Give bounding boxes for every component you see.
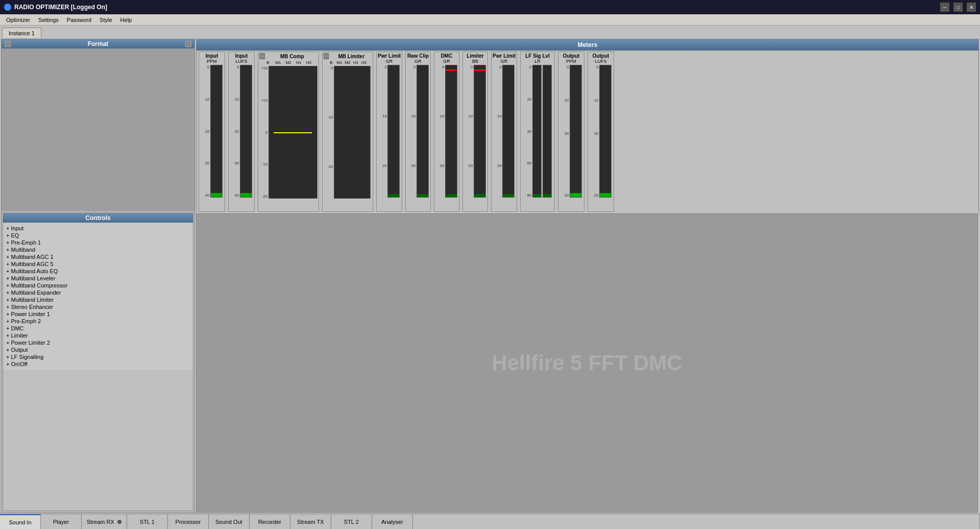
meter-limiter-bars: 0 10 20 [465, 65, 486, 198]
status-stream-rx[interactable]: Stream RX [82, 514, 127, 529]
menu-style[interactable]: Style [95, 16, 116, 24]
minimize-button[interactable]: ─ [940, 3, 949, 12]
control-mb-agc1[interactable]: + Multiband AGC 1 [6, 253, 190, 260]
mbl-m1: M1 [336, 60, 343, 65]
maximize-button[interactable]: □ [953, 3, 963, 12]
right-panel: Meters Input PPM 0 10 20 [196, 39, 979, 513]
control-input[interactable]: + Input [6, 225, 190, 232]
lf-sig-l-bar [532, 65, 542, 198]
control-pre-emph2[interactable]: + Pre-Emph 2 [6, 318, 190, 325]
meter-raw-clip-bars: 0 10 20 [408, 65, 429, 198]
status-sound-out[interactable]: Sound Out [209, 514, 250, 529]
meter-pwr-limit2-unit: GR [501, 59, 508, 64]
meter-dmc-bars: 0 10 20 [436, 65, 457, 198]
mb-comp-yellow-line [274, 132, 312, 133]
status-stream-tx[interactable]: Stream TX [290, 514, 331, 529]
meter-input-ppm-bar [210, 65, 223, 198]
meter-pwr-limit2-scale: 0 10 20 [494, 65, 502, 198]
control-mb-agc5[interactable]: + Multiband AGC 5 [6, 260, 190, 268]
meter-pwr-limit2-title: Pwr Limit [493, 53, 516, 59]
meter-input-lufs-bar [240, 65, 252, 198]
meter-mb-comp: MB Comp B M1 M2 H1 H2 +20 +10 [258, 52, 319, 212]
control-mb-limiter[interactable]: + Multiband Limiter [6, 296, 190, 303]
control-power-limiter1[interactable]: + Power Limiter 1 [6, 310, 190, 318]
meter-mb-limiter: MB Limiter B M1 M2 H1 H2 0 [322, 52, 373, 212]
status-player[interactable]: Player [41, 514, 82, 529]
format-checkbox2[interactable] [185, 41, 191, 47]
main-content: Format Controls + Input + EQ + Pre-Emph … [0, 38, 980, 514]
control-pre-emph1[interactable]: + Pre-Emph 1 [6, 239, 190, 246]
status-analyser[interactable]: Analyser [372, 514, 413, 529]
instance-bar: Instance 1 [0, 26, 980, 38]
meter-input-lufs: Input LUFS 0 10 20 30 40 [228, 52, 255, 212]
meter-mb-comp-bars: +20 +10 0 -10 -20 [260, 66, 317, 199]
meter-mb-limiter-bar [334, 66, 371, 199]
status-recorder[interactable]: Recorder [250, 514, 290, 529]
meter-pwr-limit2-bars: 0 10 20 [494, 65, 514, 198]
menu-optimizer[interactable]: Optimizer [2, 16, 34, 24]
format-header: Format [2, 39, 194, 49]
lf-sig-bars [532, 65, 552, 198]
meter-limiter-unit: BB [472, 59, 478, 64]
pwr-limit2-fill [503, 194, 514, 197]
meter-dmc-scale: 0 10 20 [436, 65, 445, 198]
meters-section: Meters Input PPM 0 10 20 [196, 39, 979, 212]
control-mb-auto-eq[interactable]: + Multiband Auto EQ [6, 268, 190, 275]
control-eq[interactable]: + EQ [6, 232, 190, 239]
meter-output-ppm-title: Output [559, 53, 583, 59]
meter-lf-sig-lvl: LF Sig Lvl LR 0 20 40 60 80 [520, 52, 555, 212]
control-output[interactable]: + Output [6, 346, 190, 353]
meter-limiter-title: Limiter [464, 53, 486, 59]
mb-comp-sublabels: B M1 M2 H1 H2 [263, 60, 313, 65]
meter-mb-comp-scale: +20 +10 0 -10 -20 [260, 66, 268, 199]
control-mb-leveler[interactable]: + Multiband Leveler [6, 275, 190, 282]
meter-output-ppm-scale: 0 10 20 20 [561, 65, 569, 198]
status-processor[interactable]: Processor [168, 514, 209, 529]
meter-raw-clip: Raw Clip GR 0 10 20 [405, 52, 431, 212]
status-stl1[interactable]: STL 1 [127, 514, 168, 529]
pwr-limit-fill [388, 194, 399, 197]
control-stereo-enhancer[interactable]: + Stereo Enhancer [6, 303, 190, 310]
menu-settings[interactable]: Settings [34, 16, 63, 24]
instance-tab[interactable]: Instance 1 [2, 28, 41, 38]
raw-clip-fill [417, 194, 428, 197]
mb-comp-checkbox[interactable] [259, 53, 265, 59]
control-multiband[interactable]: + Multiband [6, 246, 190, 253]
meter-pwr-limit-scale: 0 10 20 [379, 65, 387, 198]
format-title: Format [88, 40, 109, 47]
meter-pwr-limit2-bar [502, 65, 514, 198]
close-button[interactable]: ✕ [967, 3, 976, 12]
meter-mb-comp-title: MB Comp [267, 54, 317, 59]
menu-help[interactable]: Help [116, 16, 136, 24]
meter-output-lufs: Output LUFS 0 10 20 20 [587, 52, 614, 212]
control-dmc[interactable]: + DMC [6, 325, 190, 332]
meter-input-lufs-title: Input [230, 53, 253, 59]
meter-input-lufs-unit: LUFS [235, 59, 247, 64]
meter-input-ppm-scale: 0 10 20 30 40 [202, 65, 210, 198]
dmc-red-fill [446, 69, 457, 71]
app-icon [4, 4, 11, 11]
control-mb-compressor[interactable]: + Multiband Compressor [6, 282, 190, 289]
control-onoff[interactable]: + On\Off [6, 360, 190, 368]
meter-input-ppm-title: Input [200, 53, 224, 59]
status-sound-in[interactable]: Sound In [0, 514, 41, 529]
meter-limiter-bar [474, 65, 486, 198]
control-power-limiter2[interactable]: + Power Limiter 2 [6, 339, 190, 346]
mb-comp-h2: H2 [304, 60, 313, 65]
meter-mb-limiter-scale: 0 10 20 [325, 66, 333, 199]
mb-comp-m2: M2 [284, 60, 293, 65]
meter-mb-limiter-bars: 0 10 20 [325, 66, 371, 199]
control-lf-signalling[interactable]: + LF Signalling [6, 353, 190, 360]
meter-input-lufs-bars: 0 10 20 30 40 [231, 65, 252, 198]
menu-password[interactable]: Password [63, 16, 95, 24]
control-mb-expander[interactable]: + Multiband Expander [6, 289, 190, 296]
control-limiter[interactable]: + Limiter [6, 332, 190, 339]
meter-lufs-fill [240, 193, 252, 197]
mb-comp-b: B [263, 60, 273, 65]
mb-limiter-checkbox[interactable] [324, 53, 329, 59]
meters-body: Input PPM 0 10 20 30 40 [197, 51, 978, 213]
status-stl2[interactable]: STL 2 [331, 514, 372, 529]
meter-raw-clip-unit: GR [414, 59, 422, 64]
format-body [2, 49, 194, 211]
format-checkbox[interactable] [5, 41, 11, 47]
